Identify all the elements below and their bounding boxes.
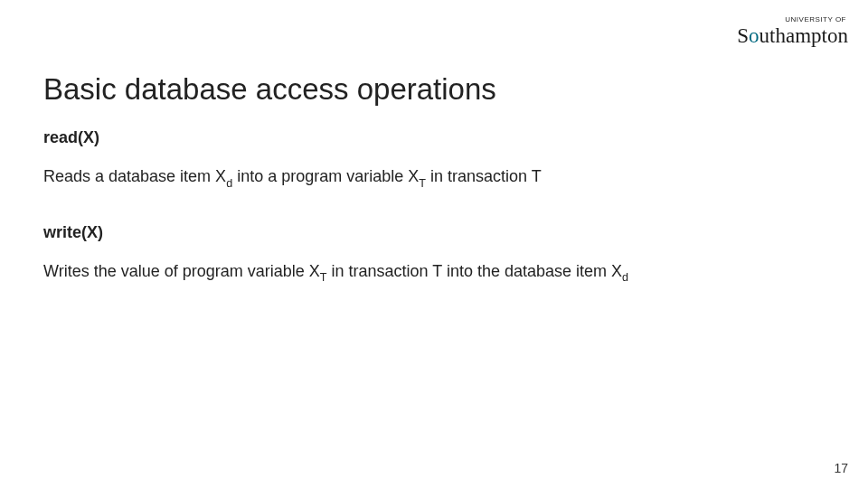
page-number: 17 [834, 461, 848, 475]
write-operation-desc: Writes the value of program variable XT … [43, 260, 825, 286]
read-operation-desc: Reads a database item Xd into a program … [43, 165, 825, 191]
write-operation-name: write(X) [43, 223, 825, 242]
logo-main-text: Southampton [737, 24, 848, 47]
read-operation-name: read(X) [43, 128, 825, 147]
slide-content: Basic database access operations read(X)… [43, 72, 825, 317]
university-logo: UNIVERSITY OF Southampton [737, 16, 848, 46]
slide-title: Basic database access operations [43, 72, 825, 107]
logo-small-text: UNIVERSITY OF [737, 16, 848, 23]
